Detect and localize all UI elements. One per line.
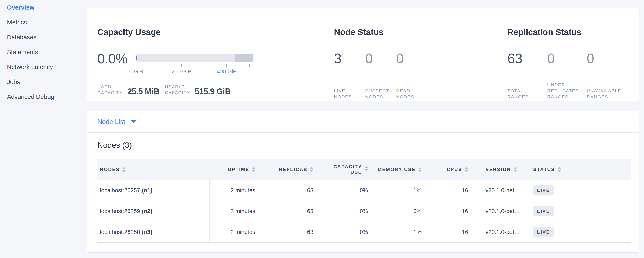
column-header-capacity-use[interactable]: CAPACITY USE xyxy=(316,159,371,180)
sidebar: Overview Metrics Databases Statements Ne… xyxy=(0,0,87,104)
sidebar-item-metrics[interactable]: Metrics xyxy=(0,15,87,30)
sort-icon xyxy=(558,167,561,172)
table-row: localhost:26258(n3) 2 minutes 63 0% 1% 1… xyxy=(97,222,631,242)
capacity-axis-ticks xyxy=(136,64,253,67)
node-address-cell[interactable]: localhost:26258(n3) xyxy=(97,222,210,242)
usable-capacity-label: USABLE CAPACITY xyxy=(165,84,190,96)
sidebar-item-advanced-debug[interactable]: Advanced Debug xyxy=(0,89,87,104)
replicas-cell: 63 xyxy=(258,201,316,222)
version-cell: v20.1.0-bet… xyxy=(471,222,532,242)
nodes-header-label: NODES xyxy=(100,167,120,172)
sort-icon xyxy=(418,167,422,172)
uptime-cell: 2 minutes xyxy=(210,222,258,242)
column-header-version[interactable]: VERSION xyxy=(471,159,532,180)
node-address[interactable]: localhost:26259 xyxy=(100,208,140,214)
column-header-status[interactable]: STATUS xyxy=(532,159,631,180)
usable-capacity-value: 515.9 GiB xyxy=(195,87,231,96)
node-address[interactable]: localhost:26257 xyxy=(100,187,140,194)
capacity-axis-labels: 0 GiB 200 GiB 400 GiB xyxy=(136,68,253,75)
node-list-dropdown[interactable]: Node List xyxy=(87,111,639,133)
cpus-cell: 16 xyxy=(424,222,471,242)
version-cell: v20.1.0-bet… xyxy=(471,180,532,201)
capacity-usage-title: Capacity Usage xyxy=(98,28,161,37)
column-header-cpus[interactable]: CPUS xyxy=(424,159,471,180)
replicas-cell: 63 xyxy=(258,180,316,201)
node-address-cell[interactable]: localhost:26257(n1) xyxy=(97,180,210,201)
table-row: localhost:26259(n2) 2 minutes 63 0% 0% 1… xyxy=(97,201,631,222)
live-nodes-value: 3 xyxy=(334,49,365,68)
capacity-bar: 0 GiB 200 GiB 400 GiB xyxy=(136,54,253,75)
sort-icon xyxy=(465,167,468,172)
memory-use-cell: 1% xyxy=(371,222,424,242)
sort-icon xyxy=(310,167,314,172)
capacity-bar-track xyxy=(136,54,253,62)
uptime-header-label: UPTIME xyxy=(228,167,249,172)
node-id: (n3) xyxy=(142,229,152,235)
node-status-stats: 3 LIVE NODES 0 SUSPECT NODES 0 DEAD NODE… xyxy=(334,49,430,100)
version-cell: v20.1.0-bet… xyxy=(471,201,532,222)
suspect-nodes-stat: 0 SUSPECT NODES xyxy=(365,49,396,100)
status-cell: LIVE xyxy=(532,222,631,242)
dead-nodes-value: 0 xyxy=(396,49,430,68)
nodes-table: NODES UPTIME REPLICAS CAPACITY USE MEMOR… xyxy=(97,159,631,243)
column-header-replicas[interactable]: REPLICAS xyxy=(258,159,316,180)
capacity-bar-dark-segment xyxy=(235,54,253,62)
live-nodes-stat: 3 LIVE NODES xyxy=(334,49,365,100)
dead-nodes-label: DEAD NODES xyxy=(396,88,430,100)
total-ranges-label: TOTAL RANGES xyxy=(507,88,547,100)
column-header-memory-use[interactable]: MEMORY USE xyxy=(371,159,424,180)
capacity-use-cell: 0% xyxy=(316,222,371,242)
under-replicated-ranges-label: UNDER- REPLICATED RANGES xyxy=(547,82,587,100)
status-cell: LIVE xyxy=(532,180,631,201)
status-cell: LIVE xyxy=(532,201,631,222)
memory-use-header-label: MEMORY USE xyxy=(378,167,416,172)
used-capacity-label: USED CAPACITY xyxy=(98,84,123,96)
sort-icon xyxy=(514,167,517,172)
axis-label-0gib: 0 GiB xyxy=(129,68,143,75)
live-nodes-label: LIVE NODES xyxy=(334,88,365,100)
replicas-header-label: REPLICAS xyxy=(279,167,308,172)
nodes-card: Node List Nodes (3) NODES UPTIME REPLICA… xyxy=(87,111,639,253)
node-id: (n1) xyxy=(142,187,152,194)
table-row: localhost:26257(n1) 2 minutes 63 0% 1% 1… xyxy=(97,180,631,201)
capacity-use-header-label: CAPACITY USE xyxy=(333,164,362,175)
capacity-use-cell: 0% xyxy=(316,180,371,201)
column-header-nodes[interactable]: NODES xyxy=(97,159,210,180)
cpus-cell: 16 xyxy=(424,201,471,222)
sidebar-item-overview[interactable]: Overview xyxy=(0,0,87,15)
table-header-row: NODES UPTIME REPLICAS CAPACITY USE MEMOR… xyxy=(97,159,631,180)
status-badge: LIVE xyxy=(533,206,554,216)
sort-icon xyxy=(252,167,255,172)
cpus-header-label: CPUS xyxy=(447,167,462,172)
unavailable-ranges-stat: 0 UNAVAILABLE RANGES xyxy=(587,49,631,100)
node-address[interactable]: localhost:26258 xyxy=(100,229,140,235)
status-badge: LIVE xyxy=(533,185,554,195)
status-header-label: STATUS xyxy=(533,167,555,172)
node-id: (n2) xyxy=(142,208,152,214)
capacity-used-percent: 0.0% xyxy=(98,49,132,75)
suspect-nodes-value: 0 xyxy=(365,49,396,68)
under-replicated-ranges-stat: 0 UNDER- REPLICATED RANGES xyxy=(547,49,587,100)
memory-use-cell: 0% xyxy=(371,201,424,222)
replication-status-stats: 63 TOTAL RANGES 0 UNDER- REPLICATED RANG… xyxy=(507,49,631,100)
sidebar-item-jobs[interactable]: Jobs xyxy=(0,74,87,89)
node-list-dropdown-label: Node List xyxy=(98,118,125,126)
memory-use-cell: 1% xyxy=(371,180,424,201)
column-header-uptime[interactable]: UPTIME xyxy=(210,159,258,180)
sidebar-item-network-latency[interactable]: Network Latency xyxy=(0,60,87,74)
capacity-use-cell: 0% xyxy=(316,201,371,222)
sidebar-item-statements[interactable]: Statements xyxy=(0,45,87,60)
dead-nodes-stat: 0 DEAD NODES xyxy=(396,49,430,100)
cpus-cell: 16 xyxy=(424,180,471,201)
capacity-stats: USED CAPACITY 25.5 MiB USABLE CAPACITY 5… xyxy=(98,84,231,96)
sidebar-item-databases[interactable]: Databases xyxy=(0,30,87,45)
uptime-cell: 2 minutes xyxy=(210,180,258,201)
uptime-cell: 2 minutes xyxy=(210,201,258,222)
cluster-summary-card: Capacity Usage 0.0% 0 GiB 200 GiB 400 Gi… xyxy=(87,8,639,101)
axis-label-400gib: 400 GiB xyxy=(217,68,236,75)
unavailable-ranges-value: 0 xyxy=(587,49,631,68)
replication-status-title: Replication Status xyxy=(507,28,582,37)
status-badge: LIVE xyxy=(533,227,554,237)
under-replicated-ranges-value: 0 xyxy=(547,49,587,68)
node-address-cell[interactable]: localhost:26259(n2) xyxy=(97,201,210,222)
